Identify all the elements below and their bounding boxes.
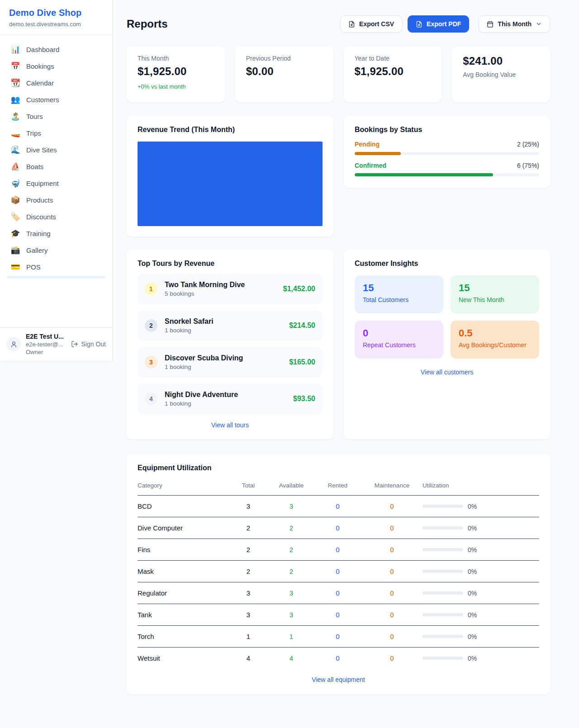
brand-domain: demo.test.divestreams.com — [9, 21, 103, 28]
tour-row: 2 Snorkel Safari 1 booking $214.50 — [138, 310, 323, 341]
column-header-utilization: Utilization — [422, 478, 539, 496]
equipment-total: 1 — [228, 626, 269, 648]
period-selector[interactable]: This Month — [479, 15, 550, 33]
status-count: 6 (75%) — [517, 162, 539, 169]
tour-revenue: $1,452.00 — [283, 285, 315, 293]
tour-bookings: 5 bookings — [165, 290, 245, 297]
equipment-total: 2 — [228, 561, 269, 582]
utilization-percent: 0% — [468, 611, 477, 619]
utilization-track — [422, 657, 463, 660]
export-pdf-label: Export PDF — [427, 20, 461, 28]
credit-card-icon: 💳 — [10, 263, 20, 271]
equipment-total: 2 — [228, 517, 269, 539]
utilization-percent: 0% — [468, 503, 477, 510]
stat-value: $0.00 — [246, 65, 323, 78]
export-csv-button[interactable]: Export CSV — [340, 15, 402, 33]
equipment-available: 2 — [269, 539, 314, 561]
insight-tiles: 15 Total Customers 15 New This Month 0 R… — [355, 275, 539, 359]
sidebar-item-customers[interactable]: 👥 Customers — [5, 91, 108, 108]
brand[interactable]: Demo Dive Shop demo.test.divestreams.com — [0, 0, 112, 35]
file-download-icon — [348, 21, 355, 28]
export-csv-label: Export CSV — [359, 20, 394, 28]
stat-card-previous-period: Previous Period $0.00 — [235, 47, 333, 103]
sign-out-label: Sign Out — [81, 340, 106, 348]
graduation-cap-icon: 🎓 — [10, 230, 20, 237]
sidebar-item-label: Training — [26, 230, 51, 237]
insight-label: Avg Bookings/Customer — [459, 341, 531, 349]
sidebar-item-pos[interactable]: 💳 POS — [5, 259, 108, 275]
table-row: Mask 2 2 0 0 0% — [138, 561, 539, 582]
customer-insights-title: Customer Insights — [355, 260, 539, 268]
table-row: Tank 3 3 0 0 0% — [138, 604, 539, 626]
sign-out-icon — [71, 340, 78, 348]
equipment-category: BCD — [138, 496, 228, 517]
sidebar-item-dive-sites[interactable]: 🌊 Dive Sites — [5, 142, 108, 158]
stat-card-avg-booking-value: $241.00 Avg Booking Value — [452, 47, 550, 103]
tour-name: Night Dive Adventure — [165, 391, 238, 399]
view-all-tours-link[interactable]: View all tours — [211, 421, 249, 429]
main-content: Reports Export CSV Export PDF This Month — [127, 15, 550, 714]
sidebar-item-products[interactable]: 📦 Products — [5, 192, 108, 208]
equipment-available: 3 — [269, 582, 314, 604]
utilization-track — [422, 526, 463, 529]
sidebar-item-trips[interactable]: 🚤 Trips — [5, 125, 108, 142]
insight-tile-repeat-customers: 0 Repeat Customers — [355, 321, 443, 359]
header-actions: Export CSV Export PDF This Month — [340, 15, 550, 33]
view-all-equipment-link[interactable]: View all equipment — [312, 676, 365, 683]
diving-mask-icon: 🤿 — [10, 180, 20, 187]
column-header-rented: Rented — [314, 478, 361, 496]
equipment-rented: 0 — [314, 648, 361, 669]
view-all-customers-link[interactable]: View all customers — [421, 369, 473, 376]
sidebar-item-training[interactable]: 🎓 Training — [5, 225, 108, 242]
equipment-total: 2 — [228, 539, 269, 561]
tour-name: Two Tank Morning Dive — [165, 281, 245, 289]
equipment-maintenance: 0 — [361, 582, 422, 604]
insight-label: New This Month — [459, 296, 531, 303]
insight-value: 0.5 — [459, 327, 531, 339]
progress-fill — [355, 173, 493, 176]
equipment-category: Torch — [138, 626, 228, 648]
equipment-table: Category Total Available Rented Maintena… — [138, 478, 539, 669]
column-header-maintenance: Maintenance — [361, 478, 422, 496]
sidebar-item-dashboard[interactable]: 📊 Dashboard — [5, 41, 108, 58]
sidebar-item-bookings[interactable]: 📅 Bookings — [5, 58, 108, 75]
utilization-track — [422, 613, 463, 616]
utilization-percent: 0% — [468, 655, 477, 662]
table-row: Dive Computer 2 2 0 0 0% — [138, 517, 539, 539]
stat-card-this-month: This Month $1,925.00 +0% vs last month — [127, 47, 225, 103]
equipment-maintenance: 0 — [361, 561, 422, 582]
utilization-track — [422, 505, 463, 508]
sidebar-item-label: Calendar — [26, 79, 54, 87]
tour-name: Snorkel Safari — [165, 317, 214, 326]
equipment-total: 3 — [228, 582, 269, 604]
table-row: BCD 3 3 0 0 0% — [138, 496, 539, 517]
brand-name[interactable]: Demo Dive Shop — [9, 8, 103, 18]
sidebar-item-boats[interactable]: ⛵ Boats — [5, 158, 108, 175]
utilization-percent: 0% — [468, 633, 477, 640]
sidebar-item-calendar[interactable]: 📆 Calendar — [5, 75, 108, 91]
sidebar-item-equipment[interactable]: 🤿 Equipment — [5, 175, 108, 192]
sidebar-item-label: Trips — [26, 129, 41, 137]
sidebar-item-tours[interactable]: 🏝️ Tours — [5, 108, 108, 125]
utilization-percent: 0% — [468, 546, 477, 553]
tour-row: 1 Two Tank Morning Dive 5 bookings $1,45… — [138, 274, 323, 304]
sidebar-item-gallery[interactable]: 📸 Gallery — [5, 242, 108, 259]
equipment-rented: 0 — [314, 626, 361, 648]
export-pdf-button[interactable]: Export PDF — [408, 15, 469, 33]
sidebar-item-discounts[interactable]: 🏷️ Discounts — [5, 208, 108, 225]
column-header-category: Category — [138, 478, 228, 496]
stat-label: Previous Period — [246, 55, 323, 62]
sign-out-button[interactable]: Sign Out — [71, 340, 106, 348]
sidebar-nav: 📊 Dashboard 📅 Bookings 📆 Calendar 👥 Cust… — [0, 35, 112, 279]
sidebar-item-label: Customers — [26, 96, 59, 104]
equipment-maintenance: 0 — [361, 496, 422, 517]
sidebar-item-selected-partial[interactable] — [6, 276, 106, 279]
rank-badge: 1 — [145, 283, 157, 295]
package-icon: 📦 — [10, 196, 20, 204]
equipment-rented: 0 — [314, 496, 361, 517]
utilization-track — [422, 635, 463, 638]
utilization-track — [422, 591, 463, 595]
island-icon: 🏝️ — [10, 113, 20, 120]
tour-row: 3 Discover Scuba Diving 1 booking $165.0… — [138, 347, 323, 378]
sidebar-item-label: Equipment — [26, 180, 59, 187]
